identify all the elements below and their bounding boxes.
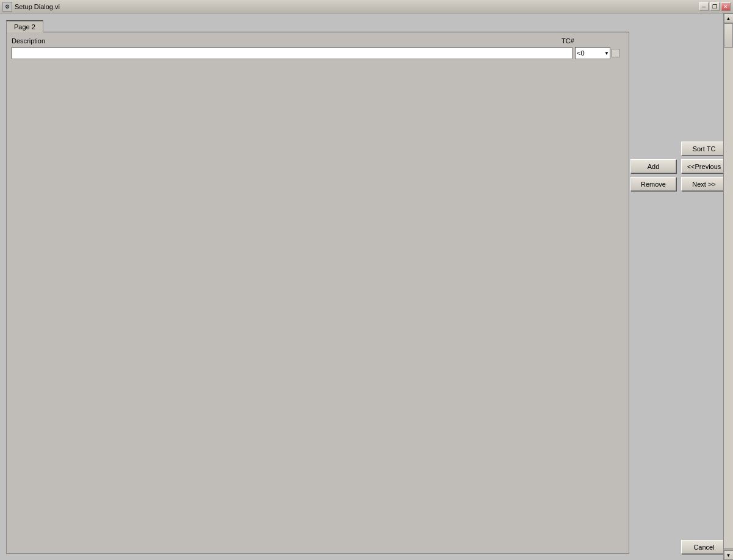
description-input[interactable]	[12, 47, 572, 59]
tc-select-wrapper: <0 0 1 2 3	[575, 47, 624, 59]
main-area: Page 2 Description TC# <0 0 1	[0, 13, 733, 560]
add-button[interactable]: Add	[630, 159, 676, 173]
add-previous-row: Add <<Previous	[630, 159, 727, 173]
tab-bar: Page 2	[6, 20, 629, 32]
sort-tc-button[interactable]: Sort TC	[681, 142, 727, 156]
left-panel: Page 2 Description TC# <0 0 1	[0, 13, 635, 560]
content-panel: Description TC# <0 0 1 2 3	[6, 32, 629, 554]
title-bar-left: ⚙ Setup Dialog.vi	[2, 2, 60, 12]
buttons-bottom: Cancel	[638, 540, 727, 554]
buttons-top: Sort TC Add <<Previous Remove Next >>	[630, 142, 727, 191]
tc-header: TC#	[561, 37, 610, 45]
close-button[interactable]: ✕	[721, 2, 731, 11]
scroll-down-button[interactable]: ▼	[724, 550, 734, 560]
remove-button[interactable]: Remove	[630, 177, 676, 191]
scroll-track[interactable]	[724, 23, 733, 548]
previous-button[interactable]: <<Previous	[681, 159, 727, 173]
restore-button[interactable]: ❐	[710, 2, 720, 11]
scrollbar: ▲ ▼	[723, 13, 733, 560]
tc-dropdown-wrapper: <0 0 1 2 3	[575, 47, 610, 59]
tc-checkbox[interactable]	[612, 49, 620, 57]
scroll-up-button[interactable]: ▲	[724, 13, 734, 23]
tab-page2[interactable]: Page 2	[6, 20, 43, 32]
next-button[interactable]: Next >>	[681, 177, 727, 191]
app-icon: ⚙	[2, 2, 12, 12]
window-title: Setup Dialog.vi	[15, 3, 60, 10]
description-header: Description	[12, 37, 559, 45]
tc-select[interactable]: <0 0 1 2 3	[575, 47, 610, 59]
sort-tc-row: Sort TC	[681, 142, 727, 156]
window-controls: ─ ❐ ✕	[699, 2, 731, 11]
remove-next-row: Remove Next >>	[630, 177, 727, 191]
table-header: Description TC#	[12, 37, 624, 45]
data-area	[12, 59, 624, 548]
scroll-thumb[interactable]	[724, 23, 733, 48]
cancel-button[interactable]: Cancel	[681, 540, 727, 554]
right-panel: Sort TC Add <<Previous Remove Next >> Ca…	[635, 13, 733, 560]
title-bar: ⚙ Setup Dialog.vi ─ ❐ ✕	[0, 0, 733, 13]
minimize-button[interactable]: ─	[699, 2, 709, 11]
input-row: <0 0 1 2 3	[12, 47, 624, 59]
